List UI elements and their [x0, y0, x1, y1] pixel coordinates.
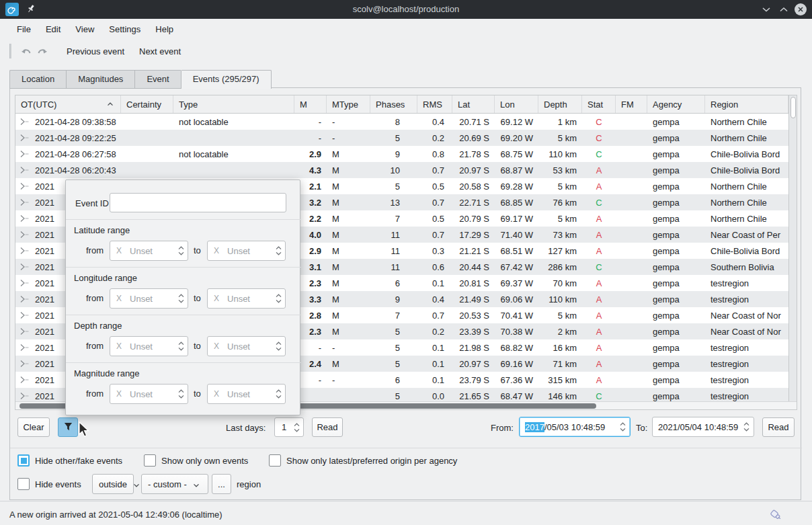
spinner-arrows-icon[interactable]	[276, 294, 282, 303]
spinner-arrows-icon[interactable]	[178, 246, 184, 255]
read-last-days-button[interactable]: Read	[312, 417, 343, 437]
spinner-arrows-icon[interactable]	[743, 422, 749, 432]
show-own-events-checkbox[interactable]: Show only own events	[144, 454, 248, 467]
expand-arrow-icon[interactable]	[19, 344, 30, 352]
hide-other-fake-checkbox[interactable]: Hide other/fake events	[17, 454, 122, 467]
clear-value-icon[interactable]: X	[116, 294, 122, 303]
depth-range-from-spinbox[interactable]: XUnset	[110, 336, 188, 356]
region-preset-dropdown[interactable]: - custom -	[141, 474, 208, 494]
from-datetime-spinbox[interactable]: 2017/05/03 10:48:59	[519, 417, 631, 437]
magnitude-range-from-spinbox[interactable]: XUnset	[110, 384, 188, 404]
last-days-spinbox[interactable]: 1	[274, 417, 304, 437]
expand-arrow-icon[interactable]	[19, 295, 30, 303]
clear-button[interactable]: Clear	[17, 417, 50, 437]
longitude-range-from-spinbox[interactable]: XUnset	[110, 288, 188, 309]
column-header-mtype[interactable]: MType	[327, 95, 370, 113]
next-event-button[interactable]: Next event	[132, 43, 188, 60]
table-row[interactable]: 2021-04-28 06:27:58not locatable2.9M90.8…	[15, 146, 788, 162]
event-id-input[interactable]	[110, 193, 286, 212]
expand-arrow-icon[interactable]	[19, 263, 30, 271]
expand-arrow-icon[interactable]	[19, 231, 30, 239]
longitude-range-to-spinbox[interactable]: XUnset	[207, 288, 286, 309]
redo-arrow-icon[interactable]	[34, 43, 52, 59]
menu-view[interactable]: View	[68, 22, 102, 37]
depth-range-to-spinbox[interactable]: XUnset	[207, 336, 286, 356]
expand-arrow-icon[interactable]	[19, 247, 30, 255]
clear-value-icon[interactable]: X	[214, 389, 219, 399]
clear-value-icon[interactable]: X	[214, 341, 219, 351]
magnitude-range-to-spinbox[interactable]: XUnset	[207, 384, 286, 404]
expand-arrow-icon[interactable]	[19, 376, 30, 384]
close-button[interactable]	[795, 3, 807, 15]
spinner-arrows-icon[interactable]	[620, 422, 626, 432]
column-header-certainty[interactable]: Certainty	[121, 95, 173, 113]
spinner-arrows-icon[interactable]	[294, 423, 300, 432]
expand-arrow-icon[interactable]	[19, 214, 30, 223]
filter-toggle-button[interactable]	[58, 417, 78, 437]
show-latest-origin-checkbox[interactable]: Show only latest/preferred origin per ag…	[269, 454, 457, 467]
tab-events-295-297[interactable]: Events (295/297)	[181, 70, 272, 89]
column-header-fm[interactable]: FM	[616, 95, 647, 113]
latitude-range-from-spinbox[interactable]: XUnset	[110, 241, 188, 261]
expand-arrow-icon[interactable]	[19, 150, 30, 158]
menu-settings[interactable]: Settings	[102, 22, 148, 37]
expand-arrow-icon[interactable]	[19, 279, 30, 287]
outside-dropdown[interactable]: outside	[92, 474, 134, 494]
toolbar-handle-icon[interactable]	[9, 44, 11, 58]
spinner-arrows-icon[interactable]	[276, 389, 282, 399]
tab-location[interactable]: Location	[9, 70, 66, 89]
undo-arrow-icon[interactable]	[17, 43, 34, 59]
cell-region: Southern Bolivia	[705, 259, 788, 275]
pin-icon[interactable]	[26, 3, 38, 15]
expand-arrow-icon[interactable]	[19, 311, 30, 319]
spinner-arrows-icon[interactable]	[178, 341, 184, 351]
maximize-button[interactable]	[777, 3, 790, 15]
spinner-arrows-icon[interactable]	[276, 246, 282, 255]
spinner-arrows-icon[interactable]	[178, 294, 184, 303]
table-row[interactable]: 2021-04-28 06:20:434.3M100.720.97 S68.87…	[15, 162, 788, 178]
menu-help[interactable]: Help	[148, 22, 181, 37]
expand-arrow-icon[interactable]	[19, 182, 30, 190]
region-more-button[interactable]: ...	[212, 474, 231, 494]
expand-arrow-icon[interactable]	[19, 134, 30, 142]
column-header-m[interactable]: M	[294, 95, 327, 113]
clear-value-icon[interactable]: X	[116, 341, 122, 351]
expand-arrow-icon[interactable]	[19, 198, 30, 206]
read-range-button[interactable]: Read	[762, 417, 795, 437]
table-row[interactable]: 2021-04-28 09:22:25--50.220.69 S69.20 W5…	[15, 130, 788, 146]
minimize-button[interactable]	[760, 3, 773, 15]
expand-arrow-icon[interactable]	[19, 360, 30, 368]
menu-file[interactable]: File	[9, 22, 38, 37]
table-row[interactable]: 2021-04-28 09:38:58not locatable--80.420…	[15, 114, 788, 130]
column-header-agency[interactable]: Agency	[647, 95, 705, 113]
spinner-arrows-icon[interactable]	[276, 341, 282, 351]
column-header-stat[interactable]: Stat	[582, 95, 616, 113]
expand-arrow-icon[interactable]	[19, 166, 30, 174]
expand-arrow-icon[interactable]	[19, 327, 30, 335]
clear-value-icon[interactable]: X	[214, 246, 219, 255]
vertical-scrollbar-thumb[interactable]	[790, 97, 796, 118]
column-header-phases[interactable]: Phases	[370, 95, 417, 113]
app-icon	[5, 3, 19, 16]
column-header-region[interactable]: Region	[705, 95, 788, 113]
hide-events-checkbox[interactable]: Hide events	[17, 478, 81, 490]
expand-arrow-icon[interactable]	[19, 392, 30, 400]
tab-magnitudes[interactable]: Magnitudes	[66, 70, 134, 89]
clear-value-icon[interactable]: X	[116, 389, 122, 399]
previous-event-button[interactable]: Previous event	[60, 43, 131, 60]
expand-arrow-icon[interactable]	[19, 118, 30, 126]
tab-event[interactable]: Event	[134, 70, 180, 89]
to-datetime-spinbox[interactable]: 2021/05/04 10:48:59	[652, 417, 754, 437]
column-header-lon[interactable]: Lon	[495, 95, 538, 113]
menu-edit[interactable]: Edit	[38, 22, 68, 37]
vertical-scrollbar[interactable]	[788, 95, 797, 401]
column-header-lat[interactable]: Lat	[452, 95, 495, 113]
spinner-arrows-icon[interactable]	[178, 389, 184, 399]
column-header-type[interactable]: Type	[173, 95, 294, 113]
column-header-depth[interactable]: Depth	[538, 95, 582, 113]
clear-value-icon[interactable]: X	[214, 294, 219, 303]
latitude-range-to-spinbox[interactable]: XUnset	[207, 241, 286, 261]
column-header-ot[interactable]: OT(UTC)	[15, 95, 121, 113]
column-header-rms[interactable]: RMS	[417, 95, 452, 113]
clear-value-icon[interactable]: X	[116, 246, 122, 255]
